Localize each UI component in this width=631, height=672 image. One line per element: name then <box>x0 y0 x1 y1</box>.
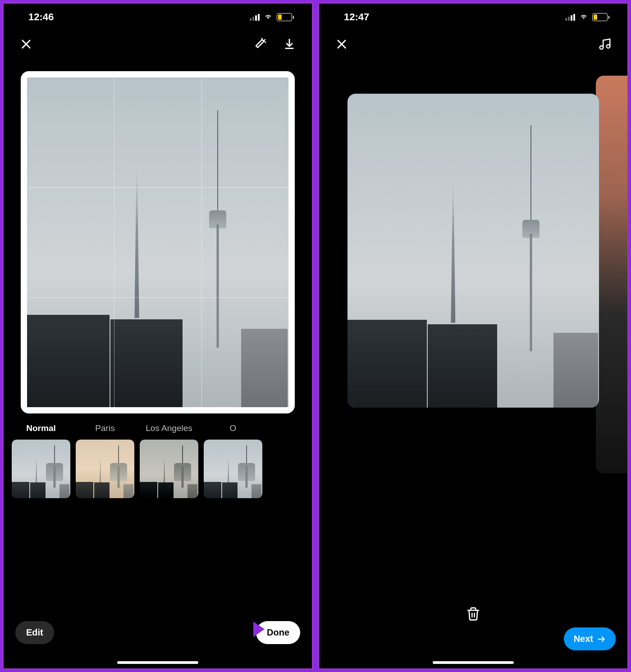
carousel-toolbar <box>319 31 627 58</box>
filter-label: Paris <box>95 423 114 436</box>
editor-toolbar <box>4 31 312 58</box>
status-time: 12:47 <box>344 11 369 23</box>
home-indicator[interactable] <box>117 661 198 664</box>
grid-line <box>114 77 114 407</box>
filter-los-angeles[interactable]: Los Angeles <box>140 423 198 498</box>
magic-wand-icon[interactable] <box>251 35 270 53</box>
carousel-current-photo[interactable] <box>348 94 599 408</box>
grid-line <box>27 187 288 188</box>
status-icons: 22 <box>565 11 609 23</box>
done-button[interactable]: Done <box>256 621 300 644</box>
next-button-label: Next <box>574 634 593 644</box>
next-button[interactable]: Next <box>564 627 616 650</box>
close-button[interactable] <box>333 35 351 53</box>
filter-label: O <box>230 423 237 436</box>
cellular-icon <box>250 14 260 21</box>
filter-paris[interactable]: Paris <box>76 423 134 498</box>
edit-button[interactable]: Edit <box>15 621 54 644</box>
svg-point-6 <box>600 46 604 50</box>
filter-label: Los Angeles <box>146 423 192 436</box>
photo-preview[interactable] <box>4 58 312 418</box>
wifi-icon <box>579 11 589 23</box>
download-icon[interactable] <box>280 35 298 53</box>
filter-partial[interactable]: O <box>204 423 262 498</box>
phone-left-editor: 12:46 22 <box>2 2 314 670</box>
battery-level: 22 <box>597 14 603 20</box>
close-button[interactable] <box>17 35 35 53</box>
phone-right-carousel: 12:47 22 <box>317 2 629 670</box>
grid-line <box>27 297 288 298</box>
status-bar: 12:46 22 <box>4 4 312 31</box>
cellular-icon <box>565 14 575 21</box>
carousel-next-photo[interactable] <box>596 76 627 473</box>
wifi-icon <box>263 11 273 23</box>
delete-row <box>319 595 627 627</box>
filter-label: Normal <box>26 423 55 436</box>
svg-point-7 <box>607 45 610 48</box>
grid-line <box>201 77 202 407</box>
battery-icon: 22 <box>592 13 609 21</box>
status-time: 12:46 <box>28 11 54 23</box>
battery-level: 22 <box>281 14 287 20</box>
music-icon[interactable] <box>596 35 614 53</box>
photo-carousel[interactable] <box>319 58 627 595</box>
trash-icon[interactable] <box>464 605 482 623</box>
arrow-right-icon <box>597 635 606 644</box>
filter-carousel[interactable]: Normal Paris Los Angeles O <box>4 418 312 498</box>
filter-normal[interactable]: Normal <box>12 423 70 498</box>
status-bar: 12:47 22 <box>319 4 627 31</box>
photo-content <box>27 77 288 407</box>
battery-icon: 22 <box>277 13 294 21</box>
home-indicator[interactable] <box>433 661 514 664</box>
status-icons: 22 <box>250 11 294 23</box>
editor-bottom-bar: Edit Done <box>4 610 312 668</box>
